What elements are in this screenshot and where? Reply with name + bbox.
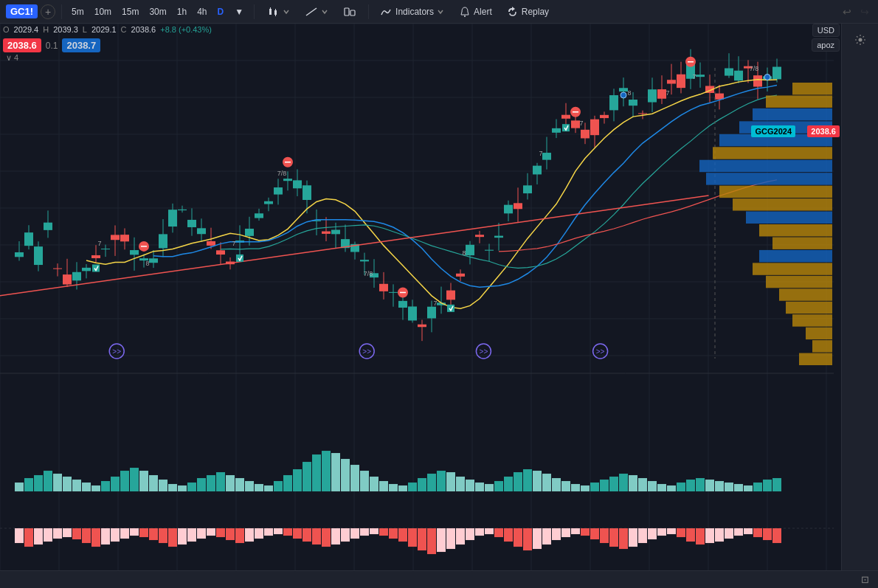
right-sidebar — [841, 24, 878, 588]
redo-button[interactable]: ↪ — [857, 4, 872, 19]
line-chevron-icon — [321, 8, 328, 15]
current-price-badge: 2038.6 — [3, 38, 41, 52]
alert-icon — [459, 6, 471, 18]
gcg2024-label: GCG2024 — [751, 125, 795, 137]
indicators-button[interactable]: Indicators — [375, 4, 450, 20]
compare-button[interactable] — [337, 3, 362, 21]
close-value: 2038.6 — [131, 25, 156, 34]
currency-badge: USD — [812, 24, 840, 37]
replay-icon — [507, 6, 519, 18]
add-symbol-button[interactable]: + — [41, 4, 55, 19]
indicators-label: Indicators — [395, 7, 434, 17]
indicator-count: ∨ 4 — [6, 53, 18, 63]
chart-area — [0, 24, 878, 588]
tf-4h[interactable]: 4h — [193, 5, 210, 18]
separator-1 — [61, 4, 62, 19]
separator-2 — [254, 4, 255, 19]
fullscreen-icon[interactable]: ⊡ — [858, 573, 872, 587]
ohlc-row: O2029.4 H2039.3 L2029.1 C2038.6 +8.8 (+0… — [3, 25, 212, 34]
tf-15m[interactable]: 15m — [118, 5, 142, 18]
svg-point-7 — [858, 38, 862, 42]
tf-30m[interactable]: 30m — [145, 5, 170, 18]
indicators-chevron-icon — [437, 8, 444, 15]
replay-label: Replay — [522, 7, 549, 17]
separator-3 — [368, 4, 369, 19]
chart-type-chevron-icon — [283, 8, 290, 15]
open-value: 2029.4 — [14, 25, 39, 34]
svg-rect-4 — [345, 8, 349, 15]
indicators-icon — [381, 6, 393, 18]
compare-icon — [343, 5, 356, 18]
low-label: L — [83, 25, 87, 34]
settings-icon[interactable] — [847, 30, 874, 50]
high-label: H — [43, 25, 49, 34]
account-badge: apoz — [812, 38, 840, 52]
high-value: 2039.3 — [53, 25, 78, 34]
tf-D[interactable]: D — [213, 5, 227, 18]
line-type-button[interactable] — [299, 3, 334, 21]
svg-rect-5 — [350, 10, 355, 15]
candlestick-type-button[interactable] — [260, 3, 296, 21]
tf-5m[interactable]: 5m — [68, 5, 88, 18]
tf-1h[interactable]: 1h — [173, 5, 190, 18]
bottom-bar: ⊡ — [0, 570, 878, 588]
toolbar: GC1! + 5m 10m 15m 30m 1h 4h D ▼ — [0, 0, 878, 24]
chart-type-icon: ▼ — [235, 7, 243, 17]
low-value: 2029.1 — [91, 25, 117, 34]
close-label: C — [121, 25, 127, 34]
price-step: 0.1 — [46, 41, 58, 51]
open-label: O — [3, 25, 10, 34]
alert-label: Alert — [474, 7, 492, 17]
symbol-button[interactable]: GC1! — [6, 4, 38, 18]
undo-button[interactable]: ↩ — [840, 4, 854, 19]
alert-button[interactable]: Alert — [453, 4, 498, 20]
chart-type-dropdown[interactable]: ▼ — [230, 5, 248, 18]
replay-button[interactable]: Replay — [501, 4, 555, 20]
candlestick-icon — [266, 5, 280, 18]
ma-price-badge: 2038.7 — [62, 38, 100, 52]
line-icon — [305, 5, 318, 18]
ohlc-change: +8.8 (+0.43%) — [160, 25, 212, 34]
tf-10m[interactable]: 10m — [91, 5, 115, 18]
price-badges: 2038.6 0.1 2038.7 — [3, 38, 100, 52]
gcg-price-badge: 2038.6 — [807, 125, 840, 137]
